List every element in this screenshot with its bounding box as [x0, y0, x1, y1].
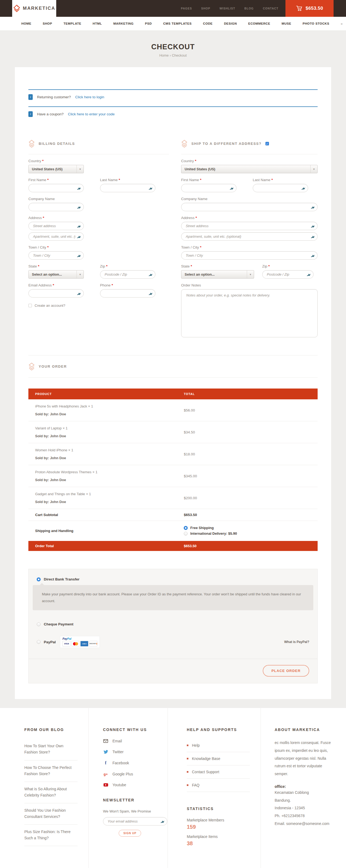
bank-transfer-label: Direct Bank Transfer: [44, 577, 79, 581]
paypal-radio[interactable]: [37, 640, 40, 644]
facebook-link[interactable]: f Facebook: [103, 761, 157, 765]
company-label: Company Name: [181, 197, 318, 201]
coupon-link[interactable]: Click here to enter your code: [68, 112, 115, 116]
billing-last-name-input[interactable]: [100, 184, 155, 192]
faq-link[interactable]: FAQ: [187, 779, 250, 792]
menu-home[interactable]: HOME: [21, 22, 31, 25]
ship-different-checkbox[interactable]: ✓: [266, 142, 269, 145]
blog-post-link[interactable]: Should You Use Fashion Consultant Servic…: [24, 803, 77, 825]
knowledge-base-link[interactable]: Knowladge Base: [187, 752, 250, 765]
blog-post-link[interactable]: How To Choose The Perfect Fashion Store?: [24, 761, 77, 782]
shipping-street-input[interactable]: [181, 222, 317, 230]
billing-phone-input[interactable]: [100, 289, 155, 297]
menu-code[interactable]: CODE: [203, 22, 213, 25]
shipping-state-select[interactable]: Select an option... ▼: [181, 270, 254, 279]
blog-post-link[interactable]: What is So Alluring About Celebrity Fash…: [24, 782, 77, 803]
help-link[interactable]: Help: [187, 739, 250, 752]
shipping-country-select[interactable]: United States (US) ▼: [181, 165, 318, 173]
blog-post-link[interactable]: How To Start Your Own Fashion Store?: [24, 739, 77, 760]
place-order-button[interactable]: PLACE ORDER: [263, 665, 309, 677]
newsletter-email-input[interactable]: [103, 817, 167, 825]
shipping-zip-input[interactable]: [263, 271, 313, 278]
youtube-link[interactable]: Youtube: [103, 783, 157, 787]
logo[interactable]: MARKETICA: [12, 0, 56, 17]
shipping-first-name-input[interactable]: [181, 184, 236, 192]
nav-pages[interactable]: PAGES: [181, 7, 192, 10]
billing-town-input[interactable]: [29, 251, 83, 259]
billing-apartment-field[interactable]: [28, 232, 84, 241]
menu-muse[interactable]: MUSE: [282, 22, 291, 25]
billing-first-name-field[interactable]: [28, 184, 84, 192]
menu-html[interactable]: HTML: [93, 22, 102, 25]
shipping-town-input[interactable]: [181, 251, 317, 259]
email-link[interactable]: Email: [103, 739, 157, 743]
signup-button[interactable]: SIGN UP: [119, 830, 141, 837]
create-account-checkbox[interactable]: [28, 304, 32, 307]
cheque-payment-radio[interactable]: [37, 622, 40, 626]
billing-phone-field[interactable]: [100, 289, 155, 298]
shipping-company-field[interactable]: [181, 203, 318, 211]
billing-town-field[interactable]: [28, 251, 84, 260]
sold-by: Sold by: John Doe: [35, 478, 184, 482]
contact-support-link[interactable]: Contact Support: [187, 765, 250, 779]
nav-contact[interactable]: CONTACT: [263, 7, 278, 10]
menu-ecommerce[interactable]: ECOMMERCE: [248, 22, 270, 25]
shipping-town-field[interactable]: [181, 251, 318, 260]
shipping-apartment-field[interactable]: [181, 232, 318, 241]
billing-last-name-field[interactable]: [100, 184, 155, 192]
checkout-card: i Returning customer? Click here to logi…: [15, 67, 331, 699]
blog-post-link[interactable]: Plus Size Fashion: Is There Such a Thing…: [24, 825, 77, 846]
international-delivery-radio[interactable]: [184, 532, 187, 535]
notice-text: Have a coupon?: [37, 112, 64, 116]
billing-company-input[interactable]: [29, 203, 83, 211]
billing-first-name-input[interactable]: [29, 184, 83, 192]
shipping-first-name-field[interactable]: [181, 184, 237, 192]
subtotal-label: Cart Subtotal: [35, 513, 184, 517]
login-link[interactable]: Click here to login: [75, 95, 104, 99]
menu-design[interactable]: DESIGN: [224, 22, 237, 25]
menu-more-icon[interactable]: »: [341, 22, 343, 26]
free-shipping-radio[interactable]: [184, 526, 187, 530]
billing-country-select[interactable]: United States (US) ▼: [28, 165, 84, 173]
shipping-last-name-input[interactable]: [253, 184, 308, 192]
footer-about-column: ABOUT MARKETICA ec mollis lorem consequa…: [261, 708, 346, 868]
line-total: $345.00: [184, 474, 311, 478]
cart-total: $653.50: [306, 6, 323, 11]
menu-template[interactable]: TEMPLATE: [64, 22, 81, 25]
autofill-icon: [77, 292, 81, 296]
billing-street-field[interactable]: [28, 222, 84, 230]
what-is-paypal-link[interactable]: What is PayPal?: [284, 640, 309, 644]
nav-wishlist[interactable]: WISHLIST: [219, 7, 235, 10]
billing-apartment-input[interactable]: [29, 232, 83, 241]
billing-street-input[interactable]: [29, 222, 83, 230]
google-plus-link[interactable]: g+ Google Plus: [103, 772, 157, 776]
menu-psd[interactable]: PSD: [145, 22, 152, 25]
menu-cms-templates[interactable]: CMS TEMPLATES: [163, 22, 192, 25]
menu-photo-stocks[interactable]: PHOTO STOCKS: [303, 22, 329, 25]
billing-email-input[interactable]: [29, 289, 83, 297]
shipping-street-field[interactable]: [181, 222, 318, 230]
breadcrumb-home[interactable]: Home: [159, 53, 169, 57]
billing-state-select[interactable]: Select an option... ▼: [28, 270, 84, 279]
shipping-company-input[interactable]: [181, 203, 317, 211]
nav-shop[interactable]: SHOP: [201, 7, 210, 10]
cart-button[interactable]: $653.50: [285, 0, 334, 17]
square-bullet-icon: [187, 758, 188, 760]
billing-company-field[interactable]: [28, 203, 84, 211]
billing-zip-field[interactable]: [100, 270, 155, 279]
discover-icon: DISCOVER: [89, 641, 97, 647]
menu-marketing[interactable]: MARKETING: [113, 22, 134, 25]
order-notes-textarea[interactable]: [181, 289, 318, 337]
shipping-apartment-input[interactable]: [181, 232, 317, 241]
billing-zip-input[interactable]: [100, 271, 155, 278]
shipping-zip-field[interactable]: [262, 270, 314, 279]
shipping-last-name-field[interactable]: [253, 184, 308, 192]
stat-label: Marketplace Items: [187, 834, 250, 839]
line-total: $56.00: [184, 408, 311, 412]
nav-blog[interactable]: BLOG: [244, 7, 253, 10]
menu-shop[interactable]: SHOP: [43, 22, 52, 25]
newsletter-email-field[interactable]: [103, 817, 167, 826]
billing-email-field[interactable]: [28, 289, 84, 298]
bank-transfer-radio[interactable]: [37, 578, 40, 581]
twitter-link[interactable]: Twitter: [103, 750, 157, 754]
